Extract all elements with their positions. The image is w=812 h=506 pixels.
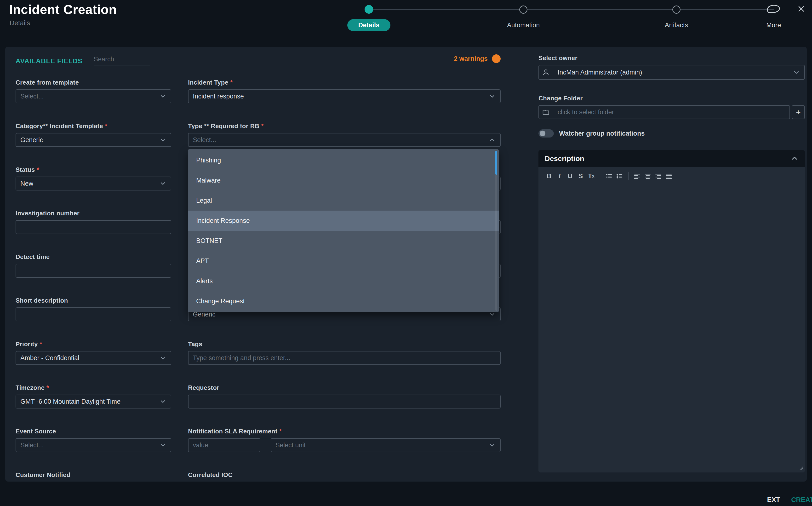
description-editor[interactable]: B I U S Tx bbox=[538, 167, 805, 473]
watcher-toggle-row: Watcher group notifications bbox=[538, 130, 805, 138]
resize-handle[interactable] bbox=[797, 464, 803, 471]
description-header[interactable]: Description bbox=[538, 150, 805, 167]
select-incident-type[interactable]: Incident response bbox=[188, 89, 501, 103]
field-label: Customer Notified bbox=[16, 471, 171, 479]
more-icon[interactable] bbox=[766, 3, 781, 16]
align-left-button[interactable] bbox=[632, 171, 642, 181]
chevron-down-icon bbox=[793, 69, 800, 76]
warning-count: 2 warnings bbox=[454, 55, 488, 63]
field-select-owner: Select owner IncMan Administrator (admin… bbox=[538, 55, 805, 80]
chevron-down-icon bbox=[159, 441, 167, 449]
field-label: Category** Incident Template* bbox=[16, 122, 171, 130]
option-malware[interactable]: Malware bbox=[188, 170, 499, 190]
option-apt[interactable]: APT bbox=[188, 251, 499, 271]
option-botnet[interactable]: BOTNET bbox=[188, 231, 499, 251]
chevron-down-icon bbox=[159, 398, 167, 405]
field-type-required-for-rb: Type ** Required for RB* Select... bbox=[188, 122, 501, 147]
align-center-button[interactable] bbox=[642, 171, 653, 181]
next-button[interactable]: EXT bbox=[767, 496, 780, 504]
folder-icon bbox=[539, 108, 553, 116]
select-category-template[interactable]: Generic bbox=[16, 133, 171, 147]
chevron-up-icon[interactable] bbox=[791, 154, 799, 163]
chevron-down-icon bbox=[159, 136, 167, 144]
select-event-source[interactable]: Select... bbox=[16, 438, 171, 452]
step-automation-label[interactable]: Automation bbox=[494, 21, 552, 29]
chevron-down-icon bbox=[488, 441, 496, 449]
divider bbox=[553, 68, 553, 77]
field-label: Type ** Required for RB* bbox=[188, 122, 501, 130]
bold-button[interactable]: B bbox=[544, 171, 554, 181]
field-tags: Tags bbox=[188, 340, 501, 365]
align-justify-button[interactable] bbox=[663, 171, 674, 181]
select-sla-unit[interactable]: Select unit bbox=[271, 438, 501, 452]
field-timezone: Timezone* GMT -6.00 Mountain Daylight Ti… bbox=[16, 384, 171, 409]
option-alerts[interactable]: Alerts bbox=[188, 271, 499, 291]
toolbar-divider bbox=[600, 172, 600, 180]
select-status[interactable]: New bbox=[16, 177, 171, 190]
field-label: Timezone* bbox=[16, 384, 171, 392]
type-rb-dropdown: Phishing Malware Legal Incident Response… bbox=[188, 149, 499, 312]
watcher-toggle-label: Watcher group notifications bbox=[559, 130, 645, 137]
select-priority[interactable]: Amber - Confidential bbox=[16, 351, 171, 365]
field-label: Incident Type* bbox=[188, 79, 501, 86]
select-owner[interactable]: IncMan Administrator (admin) bbox=[538, 65, 805, 80]
select-type-rb[interactable]: Select... bbox=[188, 133, 501, 147]
field-label: Requestor bbox=[188, 384, 501, 392]
field-customer-notified: Customer Notified bbox=[16, 471, 171, 479]
select-create-from-template[interactable]: Select... bbox=[16, 89, 171, 103]
editor-toolbar: B I U S Tx bbox=[538, 167, 805, 181]
folder-input[interactable]: click to select folder bbox=[538, 105, 790, 119]
italic-button[interactable]: I bbox=[554, 171, 565, 181]
step-automation-circle[interactable] bbox=[519, 5, 527, 14]
field-label: Investigation number bbox=[16, 209, 171, 217]
unordered-list-button[interactable] bbox=[614, 171, 625, 181]
input-short-description[interactable] bbox=[16, 308, 171, 321]
search-input[interactable] bbox=[94, 54, 150, 65]
field-label: Detect time bbox=[16, 253, 171, 261]
strikethrough-button[interactable]: S bbox=[575, 171, 586, 181]
stepper-line bbox=[369, 9, 774, 10]
chevron-down-icon bbox=[488, 93, 496, 100]
step-details-circle[interactable] bbox=[365, 5, 373, 14]
field-correlated-ioc: Correlated IOC bbox=[188, 471, 501, 479]
option-incident-response[interactable]: Incident Response bbox=[188, 210, 499, 231]
step-artifacts-circle[interactable] bbox=[672, 5, 681, 14]
chevron-up-icon bbox=[488, 136, 496, 144]
watcher-toggle[interactable] bbox=[538, 130, 554, 138]
field-label: Notification SLA Requirement* bbox=[188, 428, 501, 435]
ordered-list-button[interactable] bbox=[604, 171, 614, 181]
footer-actions: EXT CREATE bbox=[767, 496, 812, 504]
field-notification-sla: Notification SLA Requirement* Select uni… bbox=[188, 428, 501, 452]
field-label: Status* bbox=[16, 166, 171, 174]
dropdown-scrollbar-thumb[interactable] bbox=[495, 151, 497, 175]
field-label: Change Folder bbox=[538, 95, 805, 102]
field-short-description: Short description bbox=[16, 297, 171, 321]
dropdown-scrollbar-track[interactable] bbox=[495, 151, 497, 311]
select-timezone[interactable]: GMT -6.00 Mountain Daylight Time bbox=[16, 395, 171, 409]
input-requestor[interactable] bbox=[188, 395, 501, 409]
chevron-down-icon bbox=[159, 354, 167, 361]
input-tags[interactable] bbox=[188, 351, 501, 365]
input-sla-value[interactable] bbox=[188, 438, 260, 452]
option-change-request[interactable]: Change Request bbox=[188, 291, 499, 311]
step-artifacts-label[interactable]: Artifacts bbox=[648, 21, 705, 29]
step-more-label[interactable]: More bbox=[757, 21, 791, 29]
add-folder-button[interactable]: + bbox=[792, 105, 805, 119]
clear-format-button[interactable]: Tx bbox=[586, 171, 597, 181]
field-investigation-number: Investigation number bbox=[16, 209, 171, 234]
main-panel: AVAILABLE FIELDS 2 warnings Create from … bbox=[5, 47, 807, 482]
underline-button[interactable]: U bbox=[565, 171, 575, 181]
input-investigation-number[interactable] bbox=[16, 220, 171, 234]
create-button[interactable]: CREATE bbox=[791, 496, 812, 504]
toolbar-divider bbox=[628, 172, 629, 180]
option-phishing[interactable]: Phishing bbox=[188, 150, 499, 170]
page-title: Incident Creation bbox=[9, 2, 117, 17]
input-detect-time[interactable] bbox=[16, 264, 171, 278]
close-icon[interactable] bbox=[797, 5, 805, 14]
chevron-down-icon bbox=[159, 93, 167, 100]
step-details-pill[interactable]: Details bbox=[347, 19, 390, 31]
field-priority: Priority* Amber - Confidential bbox=[16, 340, 171, 365]
align-right-button[interactable] bbox=[653, 171, 663, 181]
option-legal[interactable]: Legal bbox=[188, 190, 499, 210]
field-incident-type: Incident Type* Incident response bbox=[188, 79, 501, 103]
